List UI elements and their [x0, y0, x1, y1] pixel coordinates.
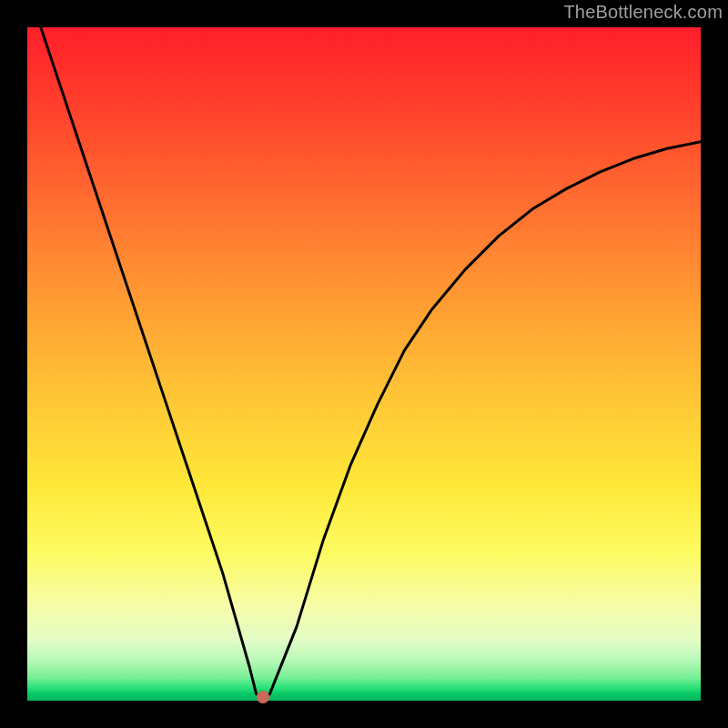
chart-frame: TheBottleneck.com — [0, 0, 728, 728]
plot-area — [27, 27, 701, 701]
bottleneck-curve-path — [41, 27, 701, 697]
curve-svg — [27, 27, 701, 701]
minimum-marker — [257, 691, 269, 703]
watermark-text: TheBottleneck.com — [563, 2, 723, 23]
